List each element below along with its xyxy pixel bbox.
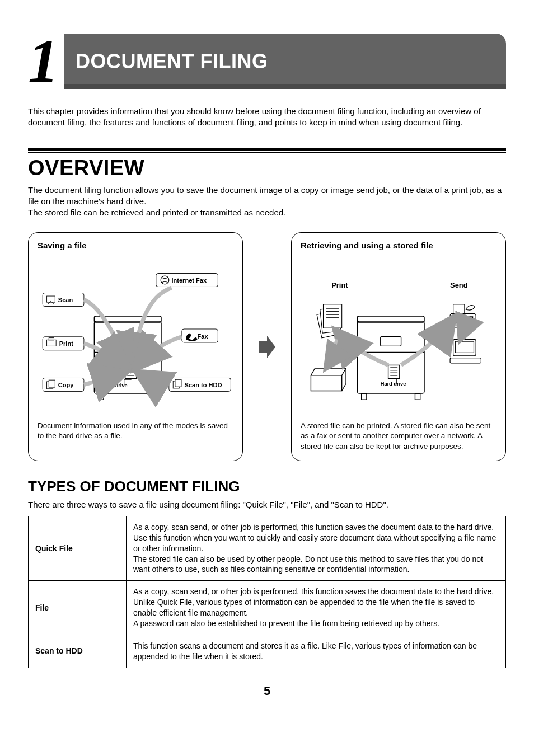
type-label: File — [29, 581, 127, 635]
saving-diagram-title: Saving a file — [38, 241, 233, 250]
fax-label: Fax — [198, 333, 209, 340]
flow-arrow-icon — [259, 232, 275, 461]
chapter-title-bar: DOCUMENT FILING — [64, 34, 506, 89]
svg-rect-53 — [453, 340, 476, 356]
hard-drive-label: Hard drive — [102, 383, 128, 388]
svg-rect-55 — [450, 358, 481, 363]
section-divider — [28, 148, 506, 153]
overview-title: OVERVIEW — [28, 156, 506, 180]
type-label: Quick File — [29, 516, 127, 580]
chapter-number: 1 — [28, 27, 59, 95]
retrieving-diagram-title: Retrieving and using a stored file — [301, 241, 496, 250]
print-label: Print — [59, 341, 73, 348]
retr-print-label: Print — [331, 281, 348, 290]
chapter-header: 1 DOCUMENT FILING — [28, 34, 506, 89]
types-intro: There are three ways to save a file usin… — [28, 500, 506, 509]
copy-label: Copy — [58, 382, 74, 388]
type-desc: As a copy, scan send, or other job is pe… — [127, 581, 506, 635]
page-number: 5 — [28, 684, 506, 698]
svg-rect-29 — [381, 337, 401, 346]
svg-rect-42 — [324, 304, 342, 328]
svg-rect-36 — [362, 393, 367, 400]
table-row: Quick File As a copy, scan send, or othe… — [29, 516, 506, 580]
saving-diagram-box: Saving a file H — [28, 232, 243, 461]
chapter-intro-text: This chapter provides information that y… — [28, 106, 506, 129]
svg-rect-31 — [388, 365, 400, 379]
retrieving-diagram-box: Retrieving and using a stored file Print… — [291, 232, 506, 461]
chapter-title: DOCUMENT FILING — [76, 50, 268, 73]
diagrams-row: Saving a file H — [28, 232, 506, 461]
svg-rect-54 — [455, 341, 474, 353]
svg-rect-26 — [175, 380, 181, 387]
types-title: TYPES OF DOCUMENT FILING — [28, 478, 506, 495]
saving-diagram-illustration: Hard drive Internet Fax Scan — [38, 256, 233, 415]
svg-rect-9 — [99, 393, 104, 400]
type-desc: As a copy, scan send, or other job is pe… — [127, 516, 506, 580]
scan-label: Scan — [58, 297, 73, 303]
type-desc: This function scans a document and store… — [127, 635, 506, 668]
retrieving-diagram-caption: A stored file can be printed. A stored f… — [301, 421, 496, 452]
saving-diagram-caption: Document information used in any of the … — [38, 421, 233, 441]
internet-fax-label: Internet Fax — [171, 277, 207, 284]
chapter-number-box: 1 — [28, 34, 64, 89]
table-row: Scan to HDD This function scans a docume… — [29, 635, 506, 668]
retr-send-label: Send — [450, 281, 468, 290]
overview-text: The document filing function allows you … — [28, 185, 506, 219]
type-label: Scan to HDD — [29, 635, 127, 668]
svg-rect-48 — [453, 304, 465, 314]
retrieving-diagram-illustration: Print Send Hard drive — [301, 256, 496, 415]
svg-rect-23 — [49, 380, 55, 387]
scan-to-hdd-label: Scan to HDD — [185, 382, 222, 388]
types-table: Quick File As a copy, scan send, or othe… — [28, 516, 506, 668]
svg-rect-37 — [415, 393, 420, 400]
table-row: File As a copy, scan send, or other job … — [29, 581, 506, 635]
svg-rect-10 — [152, 393, 157, 400]
